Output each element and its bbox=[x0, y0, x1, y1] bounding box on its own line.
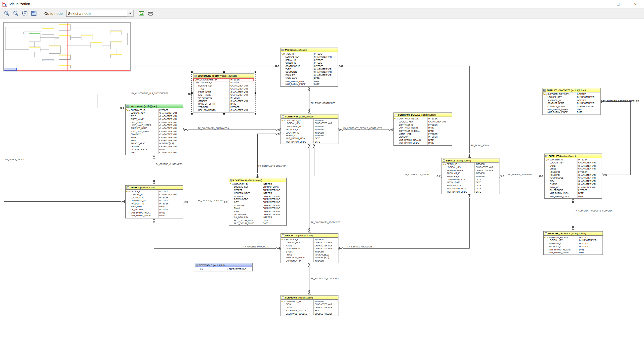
column-logical_key[interactable]: LOGICAL_KEYCHARACTER VAR bbox=[126, 112, 183, 115]
relationship-fk_contracts_serial[interactable] bbox=[314, 143, 441, 176]
column-housead[interactable]: HOUSEADCHARACTER VAR bbox=[545, 174, 602, 177]
dropdown-button[interactable] bbox=[127, 10, 133, 16]
column-bank[interactable]: BANKCHARACTER VAR bbox=[126, 136, 183, 139]
column-customer_id[interactable]: MCUSTOMER_IDINTEGER bbox=[126, 109, 183, 112]
print-button[interactable] bbox=[146, 9, 155, 18]
column-contract_id[interactable]: MCONTRACT_IDINTEGER bbox=[281, 119, 338, 122]
column-supplier_produc...[interactable]: MSUPPLIER_PRODUC...INTEGER bbox=[544, 236, 602, 239]
column-product_id[interactable]: MPRODUCT_IDINTEGER bbox=[281, 238, 338, 241]
column-email[interactable]: EMAILCHARACTER VAR bbox=[126, 139, 183, 142]
column-version[interactable]: VERSIONINTEGER bbox=[193, 106, 254, 109]
column-type[interactable]: TYPECHARACTER VAR bbox=[126, 151, 183, 154]
column-logical_key[interactable]: LOGICAL_KEYCHARACTER VAR bbox=[280, 56, 338, 59]
zoom-out-button[interactable] bbox=[12, 9, 20, 18]
column-bank_no[interactable]: BANK_NOCHARACTER VAR bbox=[545, 186, 602, 189]
column-exchange_double[interactable]: EXCHANGE_DOUBLEDOUBLE PRECISI bbox=[281, 312, 338, 315]
column-ca_groupid[interactable]: CA_GROUPIDINTEGER bbox=[193, 97, 254, 100]
column-removedate[interactable]: REMOVEDATEDATE bbox=[442, 184, 499, 187]
relationship-fk_supplier_contact_supplier[interactable] bbox=[601, 101, 631, 175]
column-description[interactable]: DESCRIPTIONCHARACTER VAR bbox=[281, 247, 338, 250]
entity-orders[interactable]: ORDERS (public)(Subset)MORDER_IDINTEGERL… bbox=[125, 185, 183, 218]
column-supplier_id[interactable]: SUPPLIER_IDINTEGER bbox=[544, 242, 602, 245]
column-serial_id[interactable]: MSERIAL_IDINTEGER bbox=[442, 163, 499, 166]
column-contact_phone[interactable]: CONTACT_PHONECHARACTER VAR bbox=[543, 105, 600, 108]
column-type[interactable]: TYPECHARACTER VAR bbox=[280, 68, 338, 71]
export-image-button[interactable] bbox=[137, 9, 146, 18]
column-mut_datum_inga...[interactable]: MUT_DATUM_INGA...DATE bbox=[281, 137, 338, 140]
entity-header[interactable]: SERIALS (public)(Subset) bbox=[442, 158, 499, 162]
column-guarenteedate[interactable]: GUARENTEEDATEDATE bbox=[442, 178, 499, 181]
column-mut_datum_einde[interactable]: MUT_DATUM_EINDEDATE bbox=[545, 195, 602, 198]
entity-serials[interactable]: SERIALS (public)(Subset)MSERIAL_IDINTEGE… bbox=[441, 158, 499, 194]
diagram-canvas[interactable]: FK_TASKS_ORDERFK_TASKS_CONTRACTSFK_TASKS… bbox=[0, 19, 644, 344]
column-last_name_upper[interactable]: LAST_NAME_UPPERCHARACTER VAR bbox=[126, 124, 183, 127]
column-postalcode[interactable]: POSTALCODECHARACTER VAR bbox=[545, 177, 602, 180]
column-street[interactable]: STREETCHARACTER VAR bbox=[545, 167, 602, 170]
column-mut_datum_inga...[interactable]: MUT_DATUM_INGA...DATE bbox=[229, 219, 286, 222]
column-telephone[interactable]: TELEPHONECHARACTER VAR bbox=[229, 213, 286, 216]
column-logical_key[interactable]: LOGICAL_KEYCHARACTER VAR bbox=[193, 84, 254, 88]
entity-header[interactable]: TASKS (public)(Subset) bbox=[280, 48, 338, 52]
column-comments[interactable]: COMMENTSCHARACTER VAR bbox=[280, 71, 338, 74]
close-button[interactable]: ✕ bbox=[627, 0, 644, 9]
fit-to-window-button[interactable] bbox=[21, 9, 29, 18]
entity-header[interactable]: ORDERS (public)(Subset) bbox=[126, 186, 183, 190]
entity-header[interactable]: LOCATIONS (public)(Unused) bbox=[229, 178, 286, 182]
column-contract_begin[interactable]: CONTRACT_BEGINDATE bbox=[394, 126, 452, 130]
column-product_id[interactable]: PRODUCT_IDINTEGER bbox=[281, 128, 338, 131]
column-salary_year[interactable]: SALARY_YEARNUMERIC(8, 2) bbox=[126, 142, 183, 145]
column-mut_datum_einde[interactable]: MUT_DATUM_EINDEDATE bbox=[543, 111, 600, 114]
column-date_of_birth[interactable]: DATE_OF_BIRTHDATE bbox=[193, 103, 254, 106]
entity-test-table[interactable]: TEST-TABLE (public)(Full)testCHARACTER V… bbox=[195, 263, 253, 272]
column-product_id[interactable]: PRODUCT_IDINTEGER bbox=[126, 202, 183, 205]
column-customer_id[interactable]: MCUSTOMER_IDINTEGER bbox=[193, 81, 254, 84]
column-logical_key[interactable]: LOGICAL_KEYCHARACTER VAR bbox=[281, 241, 338, 244]
column-logical_key[interactable]: LOGICAL_KEYCHARACTER VAR bbox=[544, 239, 602, 242]
column-logical_key[interactable]: LOGICAL_KEYCHARACTER VAR bbox=[545, 161, 602, 164]
column-bank[interactable]: BANKCHARACTER VAR bbox=[229, 210, 286, 213]
column-supplier_id[interactable]: SUPPLIER_IDINTEGER bbox=[442, 175, 499, 178]
entity-customers[interactable]: CUSTOMERS (public)(Start)MCUSTOMER_IDINT… bbox=[125, 104, 183, 155]
column-date_of_birth[interactable]: DATE_OF_BIRTHDATE bbox=[126, 148, 183, 151]
column-product_id[interactable]: PRODUCT_IDINTEGER bbox=[442, 172, 499, 175]
column-stock[interactable]: STOCKINTEGER bbox=[281, 250, 338, 253]
column-ca_groupid[interactable]: CA_GROUPIDINTEGER bbox=[126, 208, 183, 211]
entity-header[interactable]: SUPPLIER_PRODUCT (public)(Subset) bbox=[544, 232, 602, 236]
column-contract_detail...[interactable]: MCONTRACT_DETAIL...INTEGER bbox=[394, 117, 452, 120]
relationship-fk_serials_products[interactable] bbox=[338, 193, 469, 248]
selection-handle-n[interactable] bbox=[223, 71, 225, 73]
column-sign[interactable]: SIGNCHARACTER VAR bbox=[281, 303, 338, 306]
column-rel_comments[interactable]: REL_COMMENTSCHARACTER VAR bbox=[193, 109, 254, 112]
entity-header[interactable]: SUPPLIERS (public)(Subset) bbox=[545, 154, 602, 158]
selection-handle-ne[interactable] bbox=[255, 71, 256, 73]
entity-header[interactable]: CONTRACT_DETAILS (public)(Subset) bbox=[394, 113, 452, 117]
entity-header[interactable]: SUPPLIER_CONTACTS (public)(Subset) bbox=[543, 88, 600, 92]
entity-customers_history[interactable]: CUSTOMERS_HISTORY (public)(Subset)MCUSTO… bbox=[193, 73, 254, 113]
column-mut_datum_ingang[interactable]: MUT_DATUM_INGANGDATE bbox=[543, 108, 600, 111]
column-mut_datum_ingang[interactable]: MUT_DATUM_INGANGDATE bbox=[394, 139, 452, 142]
overview-toggle-button[interactable] bbox=[30, 9, 38, 18]
column-test[interactable]: testCHARACTER VAR bbox=[195, 268, 252, 271]
column-order_id[interactable]: MORDER_IDINTEGER bbox=[126, 190, 183, 193]
column-first_name[interactable]: FIRST_NAMECHARACTER VAR bbox=[193, 91, 254, 94]
column-partner_name[interactable]: PARTNER_NAMECHARACTER VAR bbox=[126, 127, 183, 130]
column-mut_datum_einde[interactable]: MUT_DATUM_EINDEDATE bbox=[229, 222, 286, 225]
column-contract_id[interactable]: CONTRACT_IDINTEGER bbox=[280, 65, 338, 68]
entity-header[interactable]: TEST-TABLE (public)(Full) bbox=[195, 263, 252, 267]
column-name[interactable]: NAMECHARACTER VAR bbox=[281, 244, 338, 247]
column-email[interactable]: EMAILCHARACTER VAR bbox=[229, 207, 286, 210]
column-customer_id[interactable]: CUSTOMER_IDINTEGER bbox=[126, 199, 183, 202]
column-phone[interactable]: PHONECHARACTER VAR bbox=[545, 183, 602, 186]
selection-handle-e[interactable] bbox=[255, 92, 256, 94]
column-order_id[interactable]: ORDER_IDINTEGER bbox=[280, 62, 338, 65]
column-installdate[interactable]: INSTALLDATEDATE bbox=[442, 181, 499, 184]
column-logical_key[interactable]: LOGICAL_KEYCHARACTER VAR bbox=[442, 166, 499, 169]
column-supplier_contact...[interactable]: MSUPPLIER_CONTACT...INTEGER bbox=[543, 93, 600, 96]
column-company[interactable]: COMPANYCHARACTER VAR bbox=[126, 133, 183, 136]
entity-contracts[interactable]: CONTRACTS (public)(Empty)MCONTRACT_IDINT… bbox=[280, 114, 338, 144]
column-task_date[interactable]: TASK_DATEDATE bbox=[280, 77, 338, 80]
column-logical_key[interactable]: LOGICAL_KEYCHARACTER VAR bbox=[281, 122, 338, 125]
column-discount[interactable]: DISCOUNTINTEGER bbox=[394, 136, 452, 139]
entity-header[interactable]: CURRENCY (public)(Subset) bbox=[281, 296, 338, 300]
column-ca_groupid[interactable]: CA_GROUPIDINTEGER bbox=[545, 189, 602, 192]
